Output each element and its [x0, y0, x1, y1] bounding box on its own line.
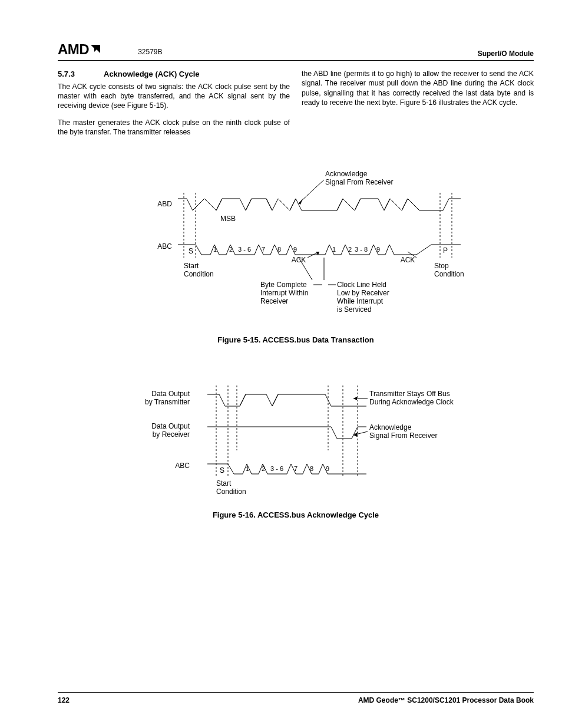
column-right: the ABD line (permits it to go high) to … — [302, 69, 534, 144]
svg-text:Interrupt Within: Interrupt Within — [260, 289, 308, 297]
svg-text:8: 8 — [277, 246, 281, 253]
svg-text:Condition: Condition — [184, 270, 214, 278]
svg-text:ABC: ABC — [175, 462, 190, 470]
figure-caption: Figure 5-16. ACCESS.bus Acknowledge Cycl… — [58, 510, 534, 519]
svg-text:Stop: Stop — [434, 262, 449, 270]
svg-text:Signal From Receiver: Signal From Receiver — [325, 178, 393, 186]
svg-text:Start: Start — [184, 262, 199, 270]
svg-line-2 — [299, 180, 324, 203]
svg-text:3 - 6: 3 - 6 — [238, 246, 251, 253]
svg-text:Acknowledge: Acknowledge — [325, 170, 368, 178]
paragraph: The master generates the ACK clock pulse… — [58, 118, 290, 137]
two-column-text: 5.7.3Acknowledge (ACK) Cycle The ACK cyc… — [58, 69, 534, 144]
svg-text:Start: Start — [216, 479, 232, 487]
page-number: 122 — [58, 696, 70, 704]
svg-text:8: 8 — [310, 465, 313, 472]
svg-text:3 - 8: 3 - 8 — [355, 246, 368, 253]
paragraph: The ACK cycle consists of two signals: t… — [58, 82, 290, 111]
svg-marker-54 — [353, 397, 357, 400]
svg-text:2: 2 — [348, 246, 352, 253]
svg-text:is Serviced: is Serviced — [337, 305, 372, 314]
figure-5-15: Acknowledge Signal From Receiver ABD MSB — [58, 169, 534, 344]
svg-text:Condition: Condition — [216, 487, 246, 496]
svg-text:9: 9 — [326, 465, 329, 472]
svg-text:2: 2 — [262, 465, 265, 472]
section-title: Acknowledge (ACK) Cycle — [104, 70, 200, 78]
svg-text:Low by Receiver: Low by Receiver — [337, 289, 389, 297]
svg-text:MSB: MSB — [220, 215, 236, 223]
svg-text:Condition: Condition — [434, 270, 464, 278]
svg-text:3 - 6: 3 - 6 — [270, 465, 283, 472]
svg-text:Data Output: Data Output — [151, 422, 190, 430]
section-number: 5.7.3 — [58, 69, 104, 80]
svg-text:Signal From Receiver: Signal From Receiver — [369, 431, 437, 440]
amd-arrow-icon — [90, 41, 103, 58]
svg-text:S: S — [189, 247, 193, 255]
header-chapter: SuperI/O Module — [478, 50, 534, 58]
svg-text:9: 9 — [376, 246, 380, 253]
svg-text:Data Output: Data Output — [151, 390, 190, 398]
svg-text:ABC: ABC — [157, 242, 172, 251]
svg-text:P: P — [443, 246, 448, 255]
figure-5-16: Data Output by Transmitter Transmitter S… — [58, 380, 534, 519]
svg-text:Transmitter Stays Off Bus: Transmitter Stays Off Bus — [369, 390, 450, 398]
svg-text:7: 7 — [262, 246, 265, 253]
header-left: AMD 32579B — [58, 41, 163, 58]
svg-text:While Interrupt: While Interrupt — [337, 297, 384, 305]
section-heading: 5.7.3Acknowledge (ACK) Cycle — [58, 69, 290, 80]
svg-text:by Receiver: by Receiver — [153, 430, 190, 439]
svg-text:Acknowledge: Acknowledge — [369, 423, 412, 431]
svg-text:ACK: ACK — [292, 256, 306, 264]
svg-text:by Transmitter: by Transmitter — [145, 398, 190, 406]
svg-text:ABD: ABD — [157, 200, 172, 208]
page-header: AMD 32579B SuperI/O Module — [58, 41, 534, 61]
svg-text:During Acknowledge Clock: During Acknowledge Clock — [369, 398, 454, 406]
svg-text:Clock Line Held: Clock Line Held — [337, 281, 386, 289]
paragraph: the ABD line (permits it to go high) to … — [302, 69, 534, 108]
timing-diagram-icon: Data Output by Transmitter Transmitter S… — [90, 380, 502, 498]
svg-marker-3 — [299, 199, 303, 205]
svg-text:1: 1 — [332, 246, 336, 253]
content: 5.7.3Acknowledge (ACK) Cycle The ACK cyc… — [58, 69, 534, 519]
svg-text:2: 2 — [229, 246, 233, 253]
svg-text:Receiver: Receiver — [260, 297, 288, 305]
svg-text:ACK: ACK — [401, 256, 415, 264]
amd-logo: AMD — [58, 41, 103, 58]
figure-caption: Figure 5-15. ACCESS.bus Data Transaction — [58, 335, 534, 344]
svg-text:Byte Complete: Byte Complete — [260, 281, 307, 289]
svg-text:1: 1 — [246, 465, 249, 472]
svg-text:7: 7 — [294, 465, 297, 472]
doc-number: 32579B — [138, 48, 162, 56]
svg-text:9: 9 — [293, 246, 297, 253]
svg-text:S: S — [220, 466, 224, 475]
page-footer: 122 AMD Geode™ SC1200/SC1201 Processor D… — [58, 692, 534, 704]
timing-diagram-icon: Acknowledge Signal From Receiver ABD MSB — [90, 169, 502, 322]
amd-logo-text: AMD — [58, 41, 89, 58]
book-title: AMD Geode™ SC1200/SC1201 Processor Data … — [358, 696, 534, 704]
svg-text:1: 1 — [213, 246, 217, 253]
column-left: 5.7.3Acknowledge (ACK) Cycle The ACK cyc… — [58, 69, 290, 144]
page: AMD 32579B SuperI/O Module 5.7.3Acknowle… — [0, 0, 562, 728]
